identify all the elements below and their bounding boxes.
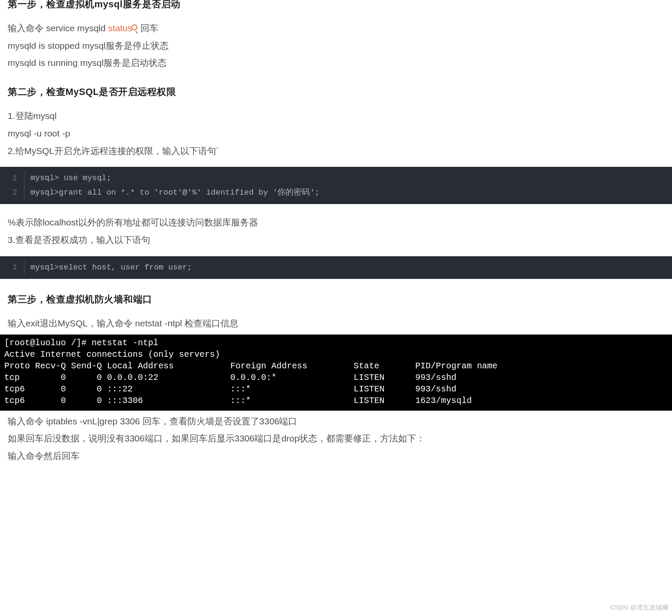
code-line: mysql> use mysql; <box>24 171 111 185</box>
step3-title: 第三步，检查虚拟机防火墙和端口 <box>8 291 664 308</box>
step1-line1-pre: 输入命令 service mysqld <box>8 23 108 33</box>
step2-p4: %表示除localhost以外的所有地址都可以连接访问数据库服务器 <box>8 214 664 231</box>
status-text: status <box>108 23 132 33</box>
code-line: mysql>select host, user from user; <box>24 261 192 275</box>
step3-p1: 输入exit退出MySQL，输入命令 netstat -ntpl 检查端口信息 <box>8 315 664 332</box>
line-number: 1 <box>0 171 24 185</box>
line-number: 2 <box>0 186 24 200</box>
step1-line2: mysqld is stopped mysql服务是停止状态 <box>8 38 664 54</box>
step1-title: 第一步，检查虚拟机mysql服务是否启动 <box>8 0 664 13</box>
search-icon <box>131 24 137 30</box>
step2-title: 第二步，检查MySQL是否开启远程权限 <box>8 83 664 101</box>
step3-p2: 输入命令 iptables -vnL|grep 3306 回车，查看防火墙是否设… <box>8 413 664 430</box>
step2-p1: 1.登陆mysql <box>8 108 664 124</box>
step3-p3: 如果回车后没数据，说明没有3306端口，如果回车后显示3306端口是drop状态… <box>8 430 664 447</box>
step1-line3: mysqld is running mysql服务是启动状态 <box>8 55 664 71</box>
code-block-1: 1 mysql> use mysql; 2 mysql>grant all on… <box>0 167 672 204</box>
step2-p5: 3.查看是否授权成功，输入以下语句 <box>8 232 664 249</box>
code-block-2: 1 mysql>select host, user from user; <box>0 256 672 279</box>
line-number: 1 <box>0 261 24 275</box>
step1-line1: 输入命令 service mysqld status 回车 <box>8 20 664 37</box>
step2-p2: mysql -u root -p <box>8 125 664 142</box>
code-line: mysql>grant all on *.* to 'root'@'%' ide… <box>24 186 320 200</box>
step2-p3: 2.给MySQL开启允许远程连接的权限，输入以下语句` <box>8 143 664 160</box>
step3-p4: 输入命令然后回车 <box>8 448 664 465</box>
step1-line1-post: 回车 <box>138 23 159 33</box>
terminal-output: [root@luoluo /]# netstat -ntpl Active In… <box>0 335 672 411</box>
